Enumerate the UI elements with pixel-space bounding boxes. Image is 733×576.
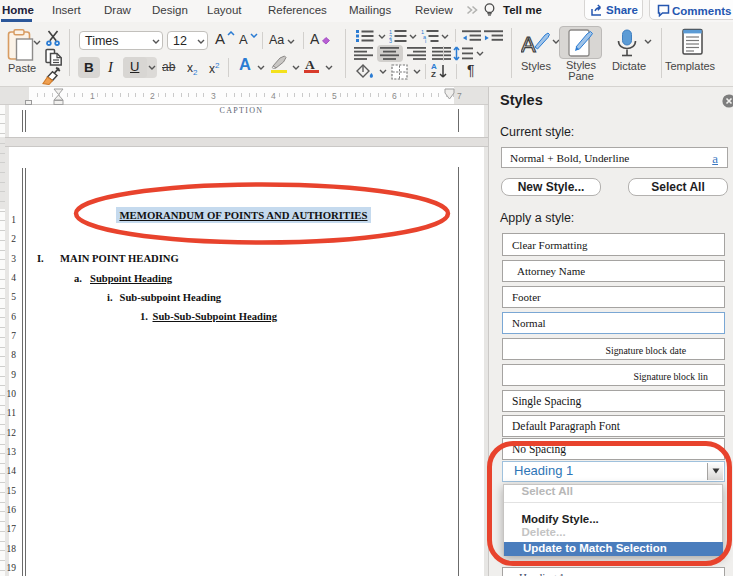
svg-text:i: i bbox=[425, 38, 426, 43]
svg-text:A: A bbox=[521, 32, 536, 57]
svg-text:3: 3 bbox=[389, 38, 392, 43]
